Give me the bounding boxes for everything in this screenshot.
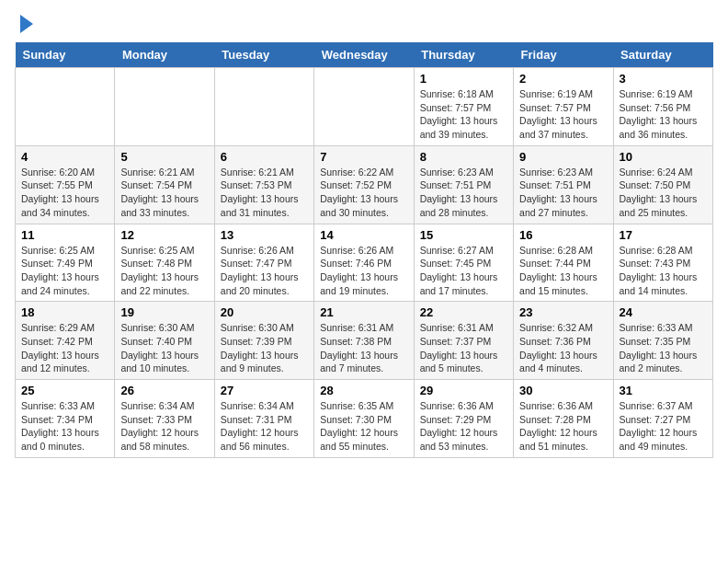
- day-number: 4: [21, 150, 108, 164]
- day-cell: 4Sunrise: 6:20 AMSunset: 7:55 PMDaylight…: [16, 145, 115, 224]
- day-cell: 10Sunrise: 6:24 AMSunset: 7:50 PMDayligh…: [613, 145, 712, 224]
- day-info: Sunrise: 6:32 AMSunset: 7:36 PMDaylight:…: [519, 321, 607, 375]
- day-number: 14: [320, 228, 407, 242]
- weekday-header-wednesday: Wednesday: [314, 42, 414, 68]
- day-cell: 13Sunrise: 6:26 AMSunset: 7:47 PMDayligh…: [214, 224, 313, 302]
- day-cell: 31Sunrise: 6:37 AMSunset: 7:27 PMDayligh…: [613, 380, 712, 458]
- day-info: Sunrise: 6:28 AMSunset: 7:44 PMDaylight:…: [519, 244, 607, 298]
- day-number: 5: [120, 150, 208, 164]
- day-number: 10: [620, 150, 707, 164]
- day-cell: 23Sunrise: 6:32 AMSunset: 7:36 PMDayligh…: [514, 302, 613, 380]
- day-cell: 30Sunrise: 6:36 AMSunset: 7:28 PMDayligh…: [514, 380, 613, 458]
- day-number: 12: [120, 228, 208, 242]
- day-info: Sunrise: 6:25 AMSunset: 7:49 PMDaylight:…: [21, 244, 108, 298]
- day-cell: 5Sunrise: 6:21 AMSunset: 7:54 PMDaylight…: [115, 145, 214, 224]
- day-cell: 1Sunrise: 6:18 AMSunset: 7:57 PMDaylight…: [414, 68, 513, 146]
- day-number: 20: [221, 305, 308, 319]
- day-info: Sunrise: 6:18 AMSunset: 7:57 PMDaylight:…: [420, 87, 507, 142]
- day-cell: 12Sunrise: 6:25 AMSunset: 7:48 PMDayligh…: [115, 224, 214, 302]
- day-info: Sunrise: 6:30 AMSunset: 7:39 PMDaylight:…: [221, 321, 308, 375]
- day-cell: 24Sunrise: 6:33 AMSunset: 7:35 PMDayligh…: [613, 302, 712, 380]
- week-row-2: 4Sunrise: 6:20 AMSunset: 7:55 PMDaylight…: [16, 145, 713, 224]
- page-header: [15, 15, 713, 33]
- day-cell: 29Sunrise: 6:36 AMSunset: 7:29 PMDayligh…: [414, 380, 513, 458]
- day-number: 15: [420, 228, 507, 242]
- day-info: Sunrise: 6:31 AMSunset: 7:38 PMDaylight:…: [320, 321, 407, 375]
- day-cell: 7Sunrise: 6:22 AMSunset: 7:52 PMDaylight…: [314, 145, 414, 224]
- day-cell: 14Sunrise: 6:26 AMSunset: 7:46 PMDayligh…: [314, 224, 414, 302]
- day-number: 30: [519, 384, 607, 397]
- day-number: 24: [620, 305, 707, 319]
- weekday-header-sunday: Sunday: [16, 42, 115, 68]
- week-row-4: 18Sunrise: 6:29 AMSunset: 7:42 PMDayligh…: [16, 302, 713, 380]
- day-info: Sunrise: 6:20 AMSunset: 7:55 PMDaylight:…: [21, 166, 108, 220]
- day-cell: [314, 68, 414, 146]
- day-number: 8: [420, 150, 507, 164]
- day-info: Sunrise: 6:19 AMSunset: 7:57 PMDaylight:…: [519, 87, 607, 142]
- day-cell: 17Sunrise: 6:28 AMSunset: 7:43 PMDayligh…: [613, 224, 712, 302]
- day-cell: 11Sunrise: 6:25 AMSunset: 7:49 PMDayligh…: [16, 224, 115, 302]
- day-number: 25: [21, 384, 108, 397]
- day-info: Sunrise: 6:24 AMSunset: 7:50 PMDaylight:…: [620, 166, 707, 220]
- day-info: Sunrise: 6:37 AMSunset: 7:27 PMDaylight:…: [620, 399, 707, 454]
- day-number: 19: [120, 305, 208, 319]
- week-row-5: 25Sunrise: 6:33 AMSunset: 7:34 PMDayligh…: [16, 380, 713, 458]
- day-info: Sunrise: 6:22 AMSunset: 7:52 PMDaylight:…: [320, 166, 407, 220]
- day-number: 3: [620, 72, 707, 86]
- day-number: 28: [320, 384, 407, 397]
- day-number: 16: [519, 228, 607, 242]
- day-number: 26: [120, 384, 208, 397]
- day-cell: [115, 68, 214, 146]
- weekday-header-friday: Friday: [514, 42, 613, 68]
- day-cell: 22Sunrise: 6:31 AMSunset: 7:37 PMDayligh…: [414, 302, 513, 380]
- day-number: 29: [420, 384, 507, 397]
- day-info: Sunrise: 6:36 AMSunset: 7:29 PMDaylight:…: [420, 399, 507, 454]
- day-info: Sunrise: 6:33 AMSunset: 7:34 PMDaylight:…: [21, 399, 108, 454]
- calendar-table: SundayMondayTuesdayWednesdayThursdayFrid…: [15, 42, 713, 458]
- day-info: Sunrise: 6:26 AMSunset: 7:46 PMDaylight:…: [320, 244, 407, 298]
- day-cell: 6Sunrise: 6:21 AMSunset: 7:53 PMDaylight…: [214, 145, 313, 224]
- day-cell: 20Sunrise: 6:30 AMSunset: 7:39 PMDayligh…: [214, 302, 313, 380]
- day-info: Sunrise: 6:23 AMSunset: 7:51 PMDaylight:…: [420, 166, 507, 220]
- day-info: Sunrise: 6:31 AMSunset: 7:37 PMDaylight:…: [420, 321, 507, 375]
- day-cell: 26Sunrise: 6:34 AMSunset: 7:33 PMDayligh…: [115, 380, 214, 458]
- weekday-header-tuesday: Tuesday: [214, 42, 313, 68]
- day-cell: 16Sunrise: 6:28 AMSunset: 7:44 PMDayligh…: [514, 224, 613, 302]
- week-row-1: 1Sunrise: 6:18 AMSunset: 7:57 PMDaylight…: [16, 68, 713, 146]
- day-number: 11: [21, 228, 108, 242]
- day-info: Sunrise: 6:30 AMSunset: 7:40 PMDaylight:…: [120, 321, 208, 375]
- day-info: Sunrise: 6:26 AMSunset: 7:47 PMDaylight:…: [221, 244, 308, 298]
- day-cell: 18Sunrise: 6:29 AMSunset: 7:42 PMDayligh…: [16, 302, 115, 380]
- day-number: 22: [420, 305, 507, 319]
- weekday-header-row: SundayMondayTuesdayWednesdayThursdayFrid…: [16, 42, 713, 68]
- day-info: Sunrise: 6:36 AMSunset: 7:28 PMDaylight:…: [519, 399, 607, 454]
- day-cell: 21Sunrise: 6:31 AMSunset: 7:38 PMDayligh…: [314, 302, 414, 380]
- logo: [15, 15, 33, 33]
- day-cell: [214, 68, 313, 146]
- day-info: Sunrise: 6:23 AMSunset: 7:51 PMDaylight:…: [519, 166, 607, 220]
- day-cell: 3Sunrise: 6:19 AMSunset: 7:56 PMDaylight…: [613, 68, 712, 146]
- day-number: 13: [221, 228, 308, 242]
- day-cell: 2Sunrise: 6:19 AMSunset: 7:57 PMDaylight…: [514, 68, 613, 146]
- day-cell: 19Sunrise: 6:30 AMSunset: 7:40 PMDayligh…: [115, 302, 214, 380]
- day-number: 23: [519, 305, 607, 319]
- day-number: 27: [221, 384, 308, 397]
- day-number: 31: [620, 384, 707, 397]
- day-cell: 9Sunrise: 6:23 AMSunset: 7:51 PMDaylight…: [514, 145, 613, 224]
- weekday-header-monday: Monday: [115, 42, 214, 68]
- day-number: 17: [620, 228, 707, 242]
- weekday-header-saturday: Saturday: [613, 42, 712, 68]
- day-cell: 8Sunrise: 6:23 AMSunset: 7:51 PMDaylight…: [414, 145, 513, 224]
- day-info: Sunrise: 6:19 AMSunset: 7:56 PMDaylight:…: [620, 87, 707, 142]
- day-info: Sunrise: 6:27 AMSunset: 7:45 PMDaylight:…: [420, 244, 507, 298]
- day-number: 6: [221, 150, 308, 164]
- day-cell: 27Sunrise: 6:34 AMSunset: 7:31 PMDayligh…: [214, 380, 313, 458]
- day-number: 2: [519, 72, 607, 86]
- day-cell: [16, 68, 115, 146]
- day-info: Sunrise: 6:25 AMSunset: 7:48 PMDaylight:…: [120, 244, 208, 298]
- day-number: 21: [320, 305, 407, 319]
- day-info: Sunrise: 6:28 AMSunset: 7:43 PMDaylight:…: [620, 244, 707, 298]
- day-cell: 15Sunrise: 6:27 AMSunset: 7:45 PMDayligh…: [414, 224, 513, 302]
- weekday-header-thursday: Thursday: [414, 42, 513, 68]
- day-info: Sunrise: 6:34 AMSunset: 7:31 PMDaylight:…: [221, 399, 308, 454]
